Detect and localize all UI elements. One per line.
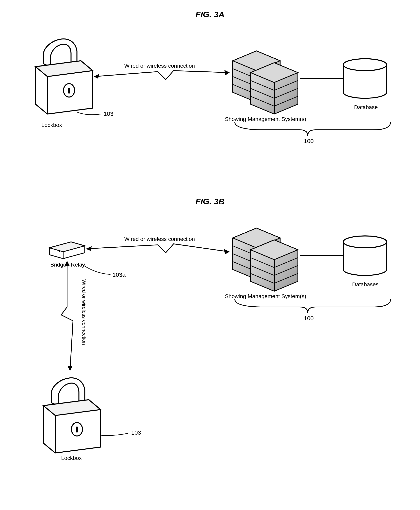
svg-point-30 bbox=[343, 236, 387, 248]
lockbox-icon-b bbox=[43, 378, 101, 453]
connection-line-b-left bbox=[61, 262, 73, 370]
lockbox-icon bbox=[36, 39, 93, 114]
conn-label-b-left: Wired or wireless connection bbox=[81, 279, 87, 345]
bridge-icon bbox=[49, 242, 85, 259]
lockbox-label-a: Lockbox bbox=[41, 122, 62, 128]
figure-title-a: FIG. 3A bbox=[8, 10, 412, 19]
brace-b bbox=[235, 299, 391, 313]
database-icon-b bbox=[343, 236, 387, 275]
db-label-a: Database bbox=[354, 104, 378, 111]
lockbox-ref-a: 103 bbox=[104, 111, 113, 117]
figure-title-b: FIG. 3B bbox=[8, 197, 412, 206]
conn-label-b-top: Wired or wireless connection bbox=[124, 236, 195, 242]
sms-label-b: Showing Management System(s) bbox=[225, 293, 306, 300]
connection-line-a bbox=[95, 71, 229, 80]
connection-line-b-top bbox=[87, 244, 229, 254]
svg-rect-2 bbox=[68, 88, 70, 94]
conn-label-a: Wired or wireless connection bbox=[124, 63, 195, 69]
fig-a-svg bbox=[8, 25, 412, 151]
leader-103a bbox=[81, 263, 111, 274]
servers-icon-b bbox=[233, 228, 298, 291]
database-icon-a bbox=[343, 59, 387, 98]
svg-point-15 bbox=[343, 59, 387, 71]
bridge-label: Bridge / Relay bbox=[50, 262, 85, 268]
lockbox-ref-b: 103 bbox=[131, 429, 141, 436]
servers-icon-a bbox=[233, 51, 298, 114]
bridge-ref: 103a bbox=[112, 271, 126, 278]
sms-label-a: Showing Management System(s) bbox=[225, 116, 306, 122]
fig-b-svg bbox=[8, 212, 412, 461]
leader-103-a bbox=[77, 112, 101, 115]
svg-rect-33 bbox=[76, 427, 78, 433]
brace-a bbox=[235, 122, 391, 136]
group-ref-a: 100 bbox=[304, 138, 314, 144]
lockbox-label-b: Lockbox bbox=[61, 455, 82, 461]
group-ref-b: 100 bbox=[304, 315, 314, 322]
leader-103-b bbox=[101, 433, 128, 435]
db-label-b: Databases bbox=[352, 281, 379, 288]
